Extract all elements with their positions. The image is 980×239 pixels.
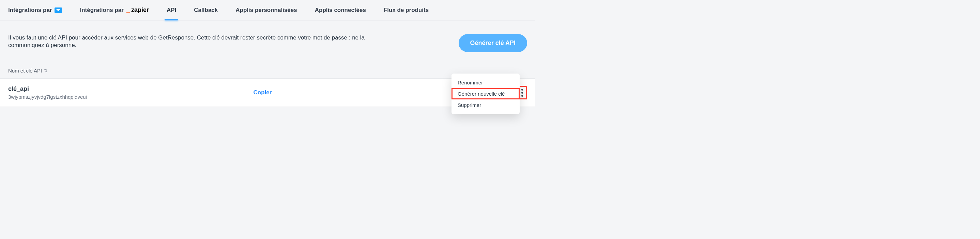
menu-item-rename[interactable]: Renommer	[452, 77, 520, 88]
tab-integrations-zapier[interactable]: Intégrations par _zapier	[80, 0, 149, 20]
api-intro-text: Il vous faut une clé API pour accéder au…	[8, 34, 369, 49]
column-header-name-and-key[interactable]: Nom et clé API ⇅	[8, 68, 527, 74]
api-key-value: 3wjypmszjyvjvdg7lgstzxhhqqldveui	[8, 94, 253, 100]
column-header-label: Nom et clé API	[8, 68, 42, 74]
getresponse-logo-icon	[54, 8, 62, 13]
tab-label: Intégrations par	[8, 7, 52, 14]
sort-icon: ⇅	[44, 69, 48, 73]
copy-api-key-link[interactable]: Copier	[253, 89, 272, 96]
tab-callback[interactable]: Callback	[194, 0, 218, 20]
tab-integrations-getresponse[interactable]: Intégrations par	[8, 0, 62, 20]
menu-item-delete[interactable]: Supprimer	[452, 100, 520, 111]
tab-label: Intégrations par	[80, 7, 123, 14]
menu-item-regenerate-key[interactable]: Générer nouvelle clé	[452, 88, 520, 100]
zapier-logo-icon: _zapier	[126, 6, 149, 14]
generate-api-key-button[interactable]: Générer clé API	[459, 34, 527, 52]
tab-api[interactable]: API	[167, 0, 176, 20]
tab-label: API	[167, 7, 176, 14]
tab-label: Callback	[194, 7, 218, 14]
tab-connected-apps[interactable]: Applis connectées	[315, 0, 366, 20]
tab-bar: Intégrations par Intégrations par _zapie…	[0, 0, 535, 21]
tab-custom-apps[interactable]: Applis personnalisées	[235, 0, 297, 20]
tab-label: Applis connectées	[315, 7, 366, 14]
row-actions-menu: Renommer Générer nouvelle clé Supprimer	[452, 74, 520, 114]
tab-label: Applis personnalisées	[235, 7, 297, 14]
main-content: Il vous faut une clé API pour accéder au…	[0, 21, 535, 107]
tab-label: Flux de produits	[384, 7, 429, 14]
api-key-name: clé_api	[8, 85, 253, 93]
tab-product-flows[interactable]: Flux de produits	[384, 0, 429, 20]
